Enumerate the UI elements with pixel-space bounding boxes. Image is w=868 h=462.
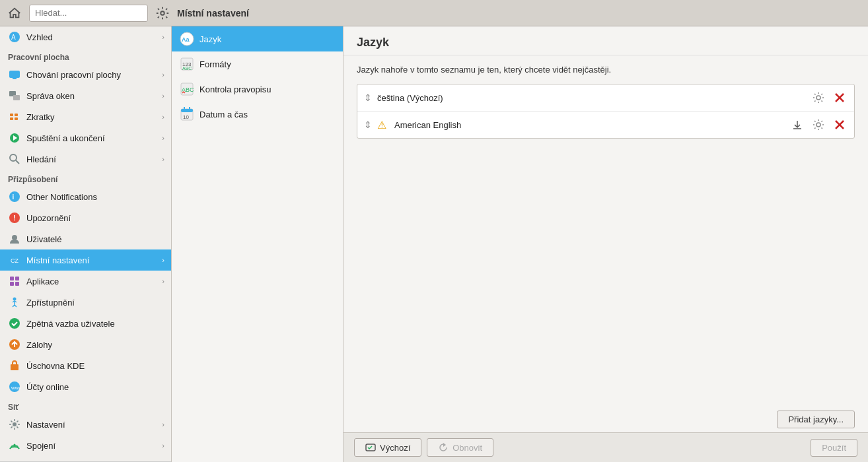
sidebar-label-nastaveni: Nastavení — [26, 420, 157, 430]
arrow-vzhled: › — [162, 33, 164, 41]
middle-label-kontrola: Kontrola pravopisu — [199, 84, 271, 94]
sidebar-item-zalohy[interactable]: Zálohy — [0, 334, 171, 355]
sidebar-label-zpristupneni: Zpřístupnění — [26, 298, 164, 308]
drag-handle-english[interactable]: ⇕ — [364, 119, 372, 130]
svg-text:10: 10 — [183, 114, 189, 120]
sidebar-label-mistni-nastaveni: Místní nastavení — [26, 255, 157, 265]
svg-line-14 — [16, 160, 19, 164]
vychozi-button[interactable]: Výchozí — [354, 438, 421, 457]
svg-text:CZ: CZ — [11, 257, 18, 264]
svg-point-19 — [12, 235, 17, 240]
sidebar-label-spusteni: Spuštění a ukončení — [26, 133, 157, 143]
vzhled-icon: A — [8, 30, 21, 44]
sidebar-item-spusteni[interactable]: Spuštění a ukončení › — [0, 127, 171, 148]
vychozi-label: Výchozí — [380, 443, 410, 453]
svg-rect-4 — [13, 78, 17, 79]
middle-label-formaty: Formáty — [199, 59, 231, 69]
lang-name-english: American English — [394, 120, 784, 130]
middle-item-kontrola[interactable]: ABC Kontrola pravopisu — [172, 77, 343, 102]
warning-icon-english: ⚠ — [377, 119, 386, 131]
sidebar-item-upozorneni[interactable]: ! Upozornění — [0, 207, 171, 228]
okna-icon — [8, 89, 21, 102]
drag-handle-czech[interactable]: ⇕ — [364, 92, 372, 103]
sidebar-item-zpristupneni[interactable]: Zpřístupnění — [0, 292, 171, 313]
middle-label-jazyk: Jazyk — [199, 34, 221, 44]
svg-rect-8 — [15, 114, 18, 116]
sidebar-item-vzhled[interactable]: A Vzhled › — [0, 26, 171, 48]
content-body: Jazyk nahoře v tomto seznamu je ten, kte… — [344, 55, 868, 407]
arrow-spusteni: › — [162, 134, 164, 142]
sidebar-item-ucty-online[interactable]: www Účty online — [0, 376, 171, 397]
sidebar-label-uschovna: Úschovna KDE — [26, 361, 164, 371]
sidebar-item-okna[interactable]: Správa oken › — [0, 85, 171, 106]
sidebar-item-aplikace[interactable]: Aplikace › — [0, 271, 171, 292]
arrow-mistni: › — [162, 256, 164, 264]
lang-row-american-english: ⇕ ⚠ American English — [357, 112, 854, 138]
middle-item-datum[interactable]: 10 Datum a čas — [172, 102, 343, 127]
delete-icon-czech[interactable] — [832, 90, 848, 106]
zalohy-icon — [8, 338, 21, 351]
svg-text:!: ! — [13, 214, 16, 222]
sidebar-item-spojeni[interactable]: Spojení › — [0, 435, 171, 456]
middle-item-formaty[interactable]: 123ABC Formáty — [172, 51, 343, 77]
arrow-spojeni: › — [162, 442, 164, 449]
download-icon-english[interactable] — [789, 117, 805, 133]
home-icon[interactable] — [5, 4, 24, 22]
arrow-hledani: › — [162, 155, 164, 163]
sidebar-label-okna: Správa oken — [26, 91, 157, 101]
chovani-icon — [8, 68, 21, 81]
upozorneni-icon: ! — [8, 211, 21, 224]
sidebar-item-uschovna[interactable]: Úschovna KDE — [0, 355, 171, 376]
hledani-icon — [8, 152, 21, 166]
sidebar-item-mistni-nastaveni[interactable]: CZ Místní nastavení › — [0, 249, 171, 271]
sidebar-item-chovani[interactable]: Chování pracovní plochy › — [0, 64, 171, 85]
svg-point-32 — [13, 422, 17, 426]
middle-item-jazyk[interactable]: Aa Jazyk — [172, 26, 343, 51]
sidebar-item-other-notifications[interactable]: i Other Notifications — [0, 186, 171, 207]
language-list: ⇕ čeština (Výchozí) ⇕ ⚠ American English — [357, 84, 855, 139]
settings-icon-english[interactable] — [811, 117, 826, 133]
bottom-right-buttons: Použít — [811, 439, 857, 457]
svg-rect-29 — [11, 364, 18, 370]
pouzit-button[interactable]: Použít — [811, 439, 857, 457]
svg-point-47 — [816, 96, 820, 100]
svg-text:ABC: ABC — [182, 66, 192, 71]
bottom-bar: Výchozí Obnovit Použít — [344, 432, 868, 462]
sidebar: A Vzhled › Pracovní plocha Chování praco… — [0, 26, 172, 462]
datum-icon: 10 — [180, 107, 194, 121]
add-languages-button[interactable]: Přidat jazyky... — [777, 411, 855, 428]
svg-rect-7 — [10, 114, 13, 116]
sidebar-item-hledani[interactable]: Hledání › — [0, 148, 171, 170]
formaty-icon: 123ABC — [180, 57, 194, 71]
bottom-left-buttons: Výchozí Obnovit — [354, 438, 493, 457]
delete-icon-english[interactable] — [832, 117, 848, 133]
zkratky-icon — [8, 110, 21, 123]
obnovit-button[interactable]: Obnovit — [427, 438, 493, 457]
sidebar-label-vzhled: Vzhled — [26, 32, 157, 42]
svg-text:A: A — [11, 34, 16, 41]
spusteni-icon — [8, 131, 21, 145]
sidebar-item-zpetna-vazba[interactable]: Zpětná vazba uživatele — [0, 313, 171, 334]
sidebar-item-nastaveni[interactable]: Nastavení › — [0, 414, 171, 435]
middle-label-datum: Datum a čas — [199, 110, 248, 119]
sidebar-label-zpetna-vazba: Zpětná vazba uživatele — [26, 319, 164, 329]
jazyk-icon: Aa — [180, 32, 194, 46]
arrow-chovani: › — [162, 71, 164, 79]
lang-name-czech: čeština (Výchozí) — [377, 93, 805, 103]
spojeni-icon — [8, 439, 21, 452]
gear-icon[interactable] — [153, 4, 172, 22]
sidebar-label-zalohy: Zálohy — [26, 340, 164, 350]
svg-point-33 — [14, 444, 16, 446]
arrow-okna: › — [162, 92, 164, 100]
uschovna-icon — [8, 359, 21, 372]
svg-rect-25 — [15, 282, 19, 286]
sidebar-item-zkratky[interactable]: Zkratky › — [0, 106, 171, 127]
section-pracovni-plocha: Pracovní plocha — [0, 48, 171, 64]
svg-marker-55 — [443, 443, 446, 447]
settings-icon-czech[interactable] — [811, 90, 826, 106]
search-input[interactable] — [29, 5, 148, 22]
svg-rect-43 — [181, 109, 193, 112]
middle-panel: Aa Jazyk 123ABC Formáty ABC Kontrola pra… — [172, 26, 344, 462]
mistni-nastaveni-icon: CZ — [8, 253, 21, 267]
sidebar-item-uzivatele[interactable]: Uživatelé — [0, 228, 171, 249]
